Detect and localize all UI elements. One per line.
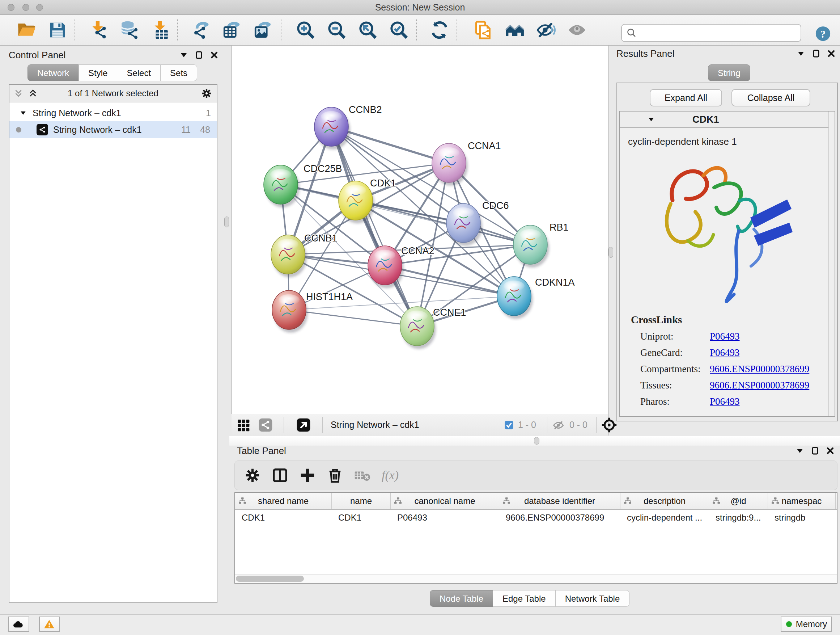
collection-expand-icon[interactable] [19, 109, 27, 117]
expand-all-button[interactable]: Expand All [650, 89, 722, 106]
import-network-icon[interactable] [88, 20, 108, 40]
horizontal-splitter[interactable] [229, 436, 840, 446]
export-image-icon[interactable] [254, 20, 273, 40]
network-overview-icon[interactable] [258, 418, 273, 432]
warnings-button[interactable] [39, 616, 60, 632]
home-pair-icon[interactable] [505, 20, 524, 40]
gene-section-header[interactable]: CDK1 [619, 111, 835, 127]
column-header-@id[interactable]: @id [709, 493, 768, 509]
table-cell[interactable]: P06493 [391, 513, 499, 523]
network-node-CCNA2[interactable]: CCNA2 [368, 245, 434, 288]
memory-button[interactable]: Memory [781, 616, 832, 632]
network-edge[interactable] [289, 310, 417, 326]
table-cell[interactable]: cyclin-dependent ... [621, 513, 709, 523]
tab-select[interactable]: Select [117, 65, 161, 81]
network-node-CCNE1[interactable]: CCNE1 [400, 307, 466, 349]
table-row[interactable]: CDK1CDK1P064939606.ENSP00000378699cyclin… [235, 510, 837, 526]
tab-node-table[interactable]: Node Table [430, 590, 493, 607]
show-all-icon[interactable] [567, 20, 587, 40]
selected-count: 1 - 0 [518, 420, 536, 430]
results-panel-close-icon[interactable] [827, 49, 836, 58]
zoom-in-icon[interactable] [296, 20, 316, 40]
network-node-CCNB1[interactable]: CCNB1 [271, 233, 338, 277]
tab-edge-table[interactable]: Edge Table [493, 590, 556, 607]
copy-share-icon[interactable] [474, 20, 493, 40]
add-column-icon[interactable] [299, 467, 316, 484]
right-splitter-handle[interactable] [608, 247, 613, 258]
column-header-database-identifier[interactable]: database identifier [499, 493, 621, 509]
tab-network-table[interactable]: Network Table [555, 590, 630, 607]
results-panel-menu-icon[interactable] [797, 49, 805, 58]
export-table-icon[interactable] [223, 20, 242, 40]
search-box[interactable] [621, 24, 801, 42]
tab-sets[interactable]: Sets [160, 65, 197, 81]
network-node-HIST1H1A[interactable]: HIST1H1A [272, 290, 353, 333]
delete-column-icon[interactable] [327, 467, 343, 484]
crosslink-link[interactable]: 9606.ENSP00000378699 [710, 380, 809, 391]
table-hscrollbar[interactable] [235, 574, 837, 583]
cloud-button[interactable] [8, 616, 29, 632]
detach-view-icon[interactable] [296, 418, 311, 432]
hide-selected-icon[interactable] [536, 20, 556, 40]
control-panel-close-icon[interactable] [210, 51, 218, 59]
help-button[interactable]: ? [815, 25, 831, 42]
table-cell[interactable]: 9606.ENSP00000378699 [499, 513, 621, 523]
crosslink-link[interactable]: P06493 [710, 347, 740, 358]
table-panel-menu-icon[interactable] [796, 447, 804, 455]
zoom-selected-icon[interactable] [389, 20, 409, 40]
network-svg[interactable]: CCNB2 CCNA1 CDC25B CDK1 CDC6 [232, 46, 608, 414]
collapse-all-button[interactable]: Collapse All [731, 89, 810, 106]
gene-collapse-icon[interactable] [647, 116, 655, 123]
search-input[interactable] [640, 25, 801, 41]
save-icon[interactable] [48, 20, 67, 40]
network-node-CDKN1A[interactable]: CDKN1A [497, 277, 575, 319]
refresh-icon[interactable] [430, 20, 449, 40]
table-cell[interactable]: CDK1 [235, 513, 332, 523]
left-splitter-handle[interactable] [224, 217, 229, 227]
network-node-CDK1[interactable]: CDK1 [339, 178, 396, 223]
network-options-gear-icon[interactable] [201, 88, 212, 99]
table-gear-icon[interactable] [244, 467, 261, 484]
shared-column-icon [238, 497, 247, 505]
network-row-selected[interactable]: String Network – cdk1 11 48 [9, 121, 217, 138]
network-node-CDC6[interactable]: CDC6 [447, 200, 509, 246]
crosslink-link[interactable]: P06493 [710, 396, 740, 407]
birdseye-navigator-icon[interactable] [601, 417, 617, 433]
hidden-eye-icon[interactable] [553, 420, 565, 431]
zoom-fit-icon[interactable] [358, 20, 378, 40]
network-node-CCNA1[interactable]: CCNA1 [432, 141, 501, 186]
table-panel-float-icon[interactable] [811, 447, 819, 455]
crosslink-link[interactable]: 9606.ENSP00000378699 [710, 363, 809, 375]
horizontal-splitter-handle[interactable] [534, 437, 539, 445]
column-header-name[interactable]: name [332, 493, 391, 509]
import-database-icon[interactable] [119, 20, 139, 40]
import-table-icon[interactable] [150, 20, 170, 40]
control-panel-float-icon[interactable] [195, 51, 203, 59]
network-node-CDC25B[interactable]: CDC25B [264, 163, 342, 207]
tab-style[interactable]: Style [79, 65, 117, 81]
column-header-description[interactable]: description [621, 493, 709, 509]
column-header-namespac[interactable]: namespac [768, 493, 836, 509]
grid-view-icon[interactable] [236, 418, 250, 432]
column-header-canonical-name[interactable]: canonical name [391, 493, 499, 509]
control-panel-menu-icon[interactable] [180, 51, 188, 59]
folder-open-icon[interactable] [17, 20, 36, 40]
network-collection-row[interactable]: String Network – cdk1 1 [9, 105, 217, 121]
zoom-out-icon[interactable] [327, 20, 347, 40]
crosslink-link[interactable]: P06493 [710, 331, 740, 342]
table-cell[interactable]: stringdb:9... [709, 513, 768, 523]
tab-string[interactable]: String [708, 65, 750, 81]
table-panel-close-icon[interactable] [826, 447, 835, 455]
tab-network[interactable]: Network [27, 65, 79, 81]
network-node-RB1[interactable]: RB1 [513, 222, 569, 268]
table-hscrollbar-thumb[interactable] [236, 576, 304, 582]
table-cell[interactable]: CDK1 [332, 513, 391, 523]
network-canvas[interactable]: CCNB2 CCNA1 CDC25B CDK1 CDC6 [232, 46, 608, 414]
table-cell[interactable]: stringdb [768, 513, 836, 523]
selected-checkbox-icon[interactable] [504, 420, 514, 430]
column-header-shared-name[interactable]: shared name [235, 493, 332, 509]
show-columns-icon[interactable] [272, 467, 288, 484]
results-panel-float-icon[interactable] [812, 49, 821, 58]
export-network-icon[interactable] [192, 20, 211, 40]
results-scrollbar[interactable] [829, 111, 835, 416]
